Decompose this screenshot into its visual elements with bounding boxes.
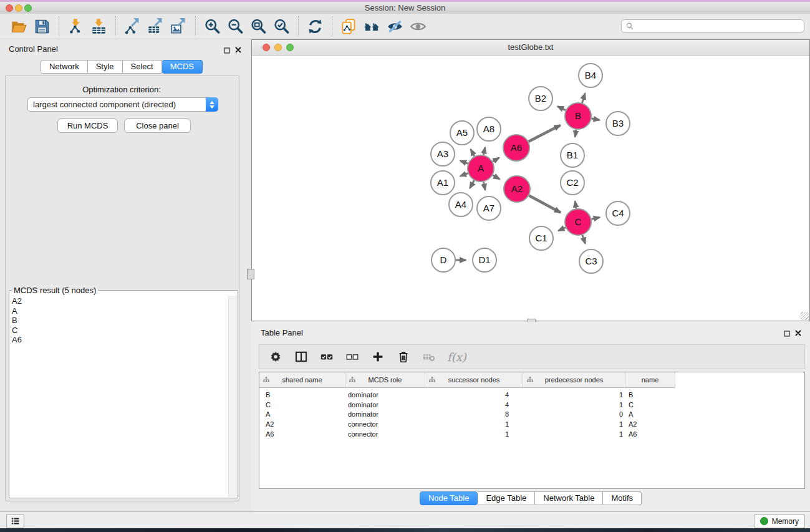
table-cell[interactable]: A [259, 410, 345, 418]
network-minimize-button[interactable] [274, 44, 282, 51]
table-cell[interactable]: 4 [425, 391, 523, 399]
import-table-icon[interactable] [87, 16, 110, 37]
graph-edge-B-B4[interactable] [582, 94, 585, 103]
graph-edge-C-C3[interactable] [582, 235, 586, 244]
export-table-icon[interactable] [144, 16, 167, 37]
zoom-out-icon[interactable] [224, 16, 247, 37]
mcds-result-item[interactable]: A [12, 306, 238, 316]
run-mcds-button[interactable]: Run MCDS [57, 118, 118, 133]
graph-edge-A-A3[interactable] [460, 161, 468, 164]
table-row[interactable]: A2connector11A2 [259, 419, 804, 429]
table-row[interactable]: A6connector11A6 [259, 429, 804, 439]
add-column-icon[interactable] [370, 349, 385, 364]
table-cell[interactable]: connector [345, 430, 425, 438]
hide-details-icon[interactable] [383, 16, 407, 37]
table-cell[interactable]: dominator [345, 401, 425, 409]
graph-edge-C-C4[interactable] [591, 217, 599, 219]
network-overview-icon[interactable] [360, 16, 383, 37]
tab-motifs[interactable]: Motifs [603, 491, 642, 505]
graph-edge-A-A6[interactable] [493, 158, 499, 162]
graph-edge-A6-B[interactable] [529, 125, 561, 142]
table-cell[interactable]: 1 [523, 420, 625, 428]
table-cell[interactable]: C [259, 401, 345, 409]
graph-edge-A2-C[interactable] [529, 195, 561, 212]
close-panel-icon[interactable] [234, 45, 242, 52]
table-cell[interactable]: A [625, 410, 675, 418]
column-header-predecessor-nodes[interactable]: predecessor nodes [523, 372, 625, 387]
column-header-mcds-role[interactable]: MCDS role [345, 372, 425, 387]
graph-edge-B-B3[interactable] [592, 118, 600, 120]
table-cell[interactable]: A2 [259, 420, 345, 428]
zoom-fit-icon[interactable] [247, 16, 270, 37]
table-cell[interactable]: A2 [625, 420, 675, 428]
open-session-icon[interactable] [7, 16, 31, 37]
table-cell[interactable]: dominator [345, 410, 425, 418]
search-box[interactable] [621, 19, 804, 33]
graph-edge-C-C1[interactable] [558, 228, 565, 231]
graph-edge-A-A7[interactable] [483, 182, 485, 190]
table-cell[interactable]: 8 [425, 410, 523, 418]
close-table-panel-icon[interactable] [794, 328, 802, 336]
tab-select[interactable]: Select [123, 60, 162, 74]
window-resize-grip[interactable] [801, 312, 809, 320]
graph-edge-B-B1[interactable] [575, 130, 576, 137]
tab-mcds[interactable]: MCDS [162, 60, 203, 74]
float-table-panel-icon[interactable] [783, 329, 791, 336]
table-cell[interactable]: 1 [523, 430, 625, 438]
show-details-icon[interactable] [407, 16, 430, 37]
mcds-result-item[interactable]: C [12, 326, 238, 336]
column-header-name[interactable]: name [625, 372, 675, 387]
clone-network-icon[interactable] [337, 16, 360, 37]
tab-network[interactable]: Network [41, 60, 88, 74]
save-session-icon[interactable] [31, 16, 54, 37]
graph-edge-A-A1[interactable] [460, 173, 468, 177]
splitter-grip[interactable] [247, 269, 254, 279]
table-row[interactable]: Adominator80A [259, 409, 804, 419]
network-maximize-button[interactable] [286, 44, 294, 51]
column-header-shared-name[interactable]: shared name [259, 372, 345, 387]
graph-edge-A-A2[interactable] [493, 175, 499, 179]
close-panel-button[interactable]: Close panel [124, 118, 191, 133]
search-input[interactable] [637, 20, 804, 32]
memory-button[interactable]: Memory [754, 514, 805, 528]
result-scrollbar[interactable] [228, 296, 237, 497]
network-canvas[interactable]: AA1A2A3A4A5A6A7A8BB1B2B3B4CC1C2C3C4DD1 [252, 56, 808, 320]
tab-style[interactable]: Style [88, 60, 123, 74]
table-cell[interactable]: B [259, 391, 345, 399]
graph-edge-B-B2[interactable] [557, 107, 566, 110]
tab-network-table[interactable]: Network Table [535, 491, 603, 505]
graph-edge-C-C2[interactable] [575, 201, 576, 209]
network-close-button[interactable] [263, 44, 270, 51]
table-cell[interactable]: B [625, 391, 675, 399]
deselect-all-icon[interactable] [345, 349, 360, 364]
import-network-icon[interactable] [64, 16, 87, 37]
table-cell[interactable]: 1 [425, 420, 523, 428]
tab-edge-table[interactable]: Edge Table [478, 491, 535, 505]
table-cell[interactable]: dominator [345, 391, 425, 399]
table-cell[interactable]: 1 [425, 430, 523, 438]
export-network-icon[interactable] [121, 16, 144, 37]
table-cell[interactable]: A6 [259, 430, 345, 438]
mcds-result-item[interactable]: B [12, 316, 238, 326]
zoom-selected-icon[interactable] [270, 16, 293, 37]
table-cell[interactable]: 4 [425, 401, 523, 409]
column-layout-icon[interactable] [294, 349, 309, 364]
select-all-icon[interactable] [319, 349, 334, 364]
zoom-in-icon[interactable] [201, 16, 224, 37]
delete-column-icon[interactable] [396, 349, 411, 364]
table-settings-icon[interactable] [268, 349, 283, 364]
column-header-successor-nodes[interactable]: successor nodes [425, 372, 523, 387]
task-history-button[interactable] [6, 514, 24, 528]
refresh-view-icon[interactable] [304, 16, 327, 37]
mcds-result-item[interactable]: A6 [12, 335, 238, 345]
table-row[interactable]: Bdominator41B [259, 390, 804, 400]
table-cell[interactable]: 1 [523, 401, 625, 409]
graph-edge-A-A4[interactable] [470, 180, 474, 188]
export-image-icon[interactable] [167, 16, 190, 37]
mcds-result-item[interactable]: A2 [12, 296, 238, 306]
criterion-dropdown[interactable]: largest connected component (directed) [27, 97, 218, 112]
graph-edge-A-A8[interactable] [483, 147, 485, 155]
graph-edge-A-A5[interactable] [471, 150, 475, 157]
table-cell[interactable]: 0 [523, 410, 625, 418]
table-cell[interactable]: 1 [523, 391, 625, 399]
